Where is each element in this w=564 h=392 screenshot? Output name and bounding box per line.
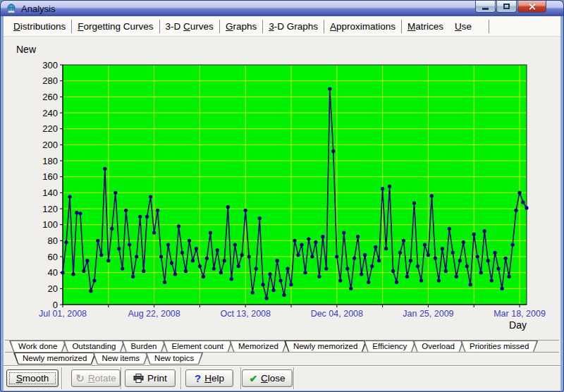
x-axis-label: Day: [509, 319, 527, 331]
bottom-tab-new-items[interactable]: New items: [92, 353, 149, 365]
bottom-tab-newly-memorized[interactable]: Newly memorized: [284, 341, 367, 353]
chart-title: New: [16, 44, 37, 55]
button-label: Rotate: [88, 373, 116, 384]
svg-text:20: 20: [48, 283, 58, 294]
svg-text:Dec 04, 2008: Dec 04, 2008: [311, 309, 363, 319]
top-tab-bar: DistributionsForgetting Curves3-D Curves…: [4, 16, 560, 37]
print-button[interactable]: Print: [125, 369, 176, 387]
tab-matrices[interactable]: Matrices: [402, 21, 449, 32]
bottom-tab-label: Newly memorized: [13, 353, 96, 364]
svg-text:100: 100: [42, 219, 58, 230]
maximize-icon: [503, 4, 510, 9]
tab-forgetting-curves[interactable]: Forgetting Curves: [72, 21, 159, 32]
bottom-tab-label: Overload: [412, 341, 464, 352]
svg-text:180: 180: [42, 156, 58, 166]
smooth-button[interactable]: Smooth: [6, 369, 59, 387]
globe-hand-icon: [6, 4, 17, 14]
button-bar: Smooth↻RotatePrint?Help✔Close: [4, 365, 560, 391]
svg-text:260: 260: [42, 92, 58, 102]
svg-text:60: 60: [48, 252, 58, 262]
svg-text:Oct 13, 2008: Oct 13, 2008: [220, 309, 271, 319]
use-chart: 0204060801001201401601802002202402602803…: [4, 36, 562, 332]
use-graph-svg: 0204060801001201401601802002202402602803…: [4, 36, 562, 332]
bottom-tab-label: Memorized: [229, 341, 288, 352]
svg-text:280: 280: [42, 75, 58, 86]
title-bar[interactable]: Analysis: [1, 1, 563, 16]
svg-text:160: 160: [42, 171, 58, 182]
maximize-button[interactable]: [496, 1, 517, 13]
svg-text:80: 80: [48, 235, 58, 246]
svg-text:240: 240: [42, 108, 58, 118]
close-button[interactable]: ✔Close: [242, 369, 293, 387]
bottom-tab-memorized[interactable]: Memorized: [229, 341, 288, 353]
tab-distributions[interactable]: Distributions: [8, 21, 71, 32]
tab-3-d-curves[interactable]: 3-D Curves: [160, 21, 219, 32]
bottom-tab-label: Work done: [9, 341, 66, 352]
bottom-tab-element-count[interactable]: Element count: [163, 341, 233, 353]
bottom-tab-outstanding[interactable]: Outstanding: [63, 341, 125, 353]
bottom-tab-label: Element count: [163, 341, 233, 352]
svg-text:200: 200: [42, 140, 58, 150]
bottom-tab-work-done[interactable]: Work done: [9, 341, 66, 353]
bottom-tab-new-topics[interactable]: New topics: [145, 353, 203, 365]
minimize-icon: [482, 8, 489, 10]
close-icon: [528, 3, 536, 11]
minimize-button[interactable]: [475, 1, 496, 13]
svg-text:140: 140: [42, 188, 58, 198]
bottom-tab-label: Burden: [121, 341, 166, 352]
svg-text:120: 120: [42, 204, 58, 214]
bottom-tab-label: Priorities missed: [460, 341, 538, 352]
x-axis-labels: Jul 01, 2008Aug 22, 2008Oct 13, 2008Dec …: [39, 309, 546, 319]
svg-text:300: 300: [42, 60, 58, 71]
svg-text:Jul 01, 2008: Jul 01, 2008: [39, 309, 87, 319]
analysis-window: Analysis DistributionsForgetting Curves3…: [0, 0, 564, 392]
button-label: Smooth: [16, 373, 49, 384]
bottom-tab-overload[interactable]: Overload: [412, 341, 464, 353]
svg-text:Aug 22, 2008: Aug 22, 2008: [128, 309, 180, 319]
bottom-tab-newly-memorized[interactable]: Newly memorized: [13, 353, 96, 365]
button-label: Print: [147, 373, 167, 384]
rotate-button[interactable]: ↻Rotate: [71, 369, 121, 387]
bottom-tab-burden[interactable]: Burden: [121, 341, 166, 353]
svg-text:Jan 25, 2009: Jan 25, 2009: [403, 309, 453, 319]
button-label: Close: [261, 373, 286, 384]
button-bar-separator: [293, 367, 295, 389]
svg-text:Mar 18, 2009: Mar 18, 2009: [494, 309, 546, 319]
check-icon: ✔: [249, 373, 257, 384]
client-area: DistributionsForgetting Curves3-D Curves…: [4, 16, 560, 388]
bottom-tab-efficiency[interactable]: Efficiency: [363, 341, 416, 353]
tab-separator: [489, 20, 489, 33]
bottom-tab-label: New items: [92, 353, 149, 364]
tab-graphs[interactable]: Graphs: [220, 21, 262, 32]
button-bar-separator: [180, 367, 182, 389]
button-bar-separator: [61, 367, 63, 389]
svg-text:40: 40: [48, 267, 58, 278]
bottom-tab-label: Efficiency: [363, 341, 416, 352]
button-label: Help: [204, 373, 224, 384]
help-icon: ?: [195, 372, 201, 384]
window-title: Analysis: [21, 4, 55, 14]
rotate-icon: ↻: [75, 374, 85, 383]
bottom-tab-row-1: Work doneOutstandingBurdenElement countM…: [5, 340, 559, 353]
bottom-tab-label: New topics: [145, 353, 203, 364]
bottom-tab-label: Outstanding: [63, 341, 125, 352]
close-window-button[interactable]: [517, 1, 546, 13]
help-button[interactable]: ?Help: [185, 369, 233, 387]
bottom-tab-row-2: Newly memorizedNew itemsNew topics: [5, 352, 559, 365]
y-axis-labels: 0204060801001201401601802002202402602803…: [42, 60, 58, 310]
bottom-tab-priorities-missed[interactable]: Priorities missed: [460, 341, 538, 353]
tab-approximations[interactable]: Approximations: [324, 21, 401, 32]
printer-icon: [133, 374, 144, 383]
tab-use[interactable]: Use: [449, 21, 477, 32]
svg-text:220: 220: [42, 123, 58, 134]
bottom-tab-label: Newly memorized: [284, 341, 367, 352]
tab-3-d-graphs[interactable]: 3-D Graphs: [263, 21, 324, 32]
button-bar-separator: [121, 367, 122, 389]
